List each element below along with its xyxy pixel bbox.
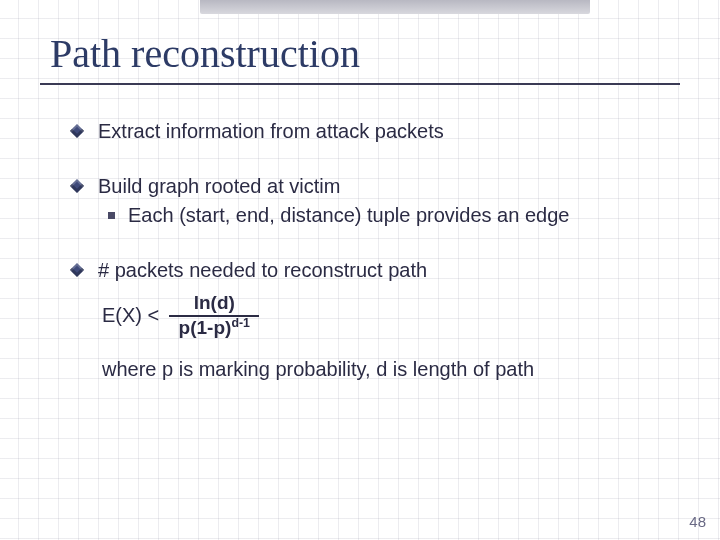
bullet-item-2: Build graph rooted at victim Each (start… [98,174,670,228]
diamond-bullet-icon [70,179,84,193]
slide-title: Path reconstruction [50,30,670,77]
bullet-text: Build graph rooted at victim [98,175,340,197]
diamond-bullet-icon [70,263,84,277]
diamond-bullet-icon [70,124,84,138]
expected-packets-formula: E(X) < ln(d) p(1-p)d-1 [102,293,670,339]
sub-bullet-text: Each (start, end, distance) tuple provid… [128,204,569,226]
formula-block: E(X) < ln(d) p(1-p)d-1 where p is markin… [102,293,670,382]
formula-numerator: ln(d) [192,293,237,315]
bullet-text: Extract information from attack packets [98,120,444,142]
formula-where-text: where p is marking probability, d is len… [102,357,670,382]
den-base: p(1-p) [179,317,232,338]
slide-body: Extract information from attack packets … [98,119,670,382]
den-exponent: d-1 [231,316,250,330]
bullet-text: # packets needed to reconstruct path [98,259,427,281]
formula-lhs: E(X) < [102,303,159,328]
slide-container: Path reconstruction Extract information … [0,0,720,540]
bullet-item-3: # packets needed to reconstruct path E(X… [98,258,670,382]
formula-fraction: ln(d) p(1-p)d-1 [169,293,259,339]
sub-bullet-item: Each (start, end, distance) tuple provid… [128,203,670,228]
square-bullet-icon [108,212,115,219]
title-underline [40,83,680,85]
formula-denominator: p(1-p)d-1 [177,317,252,339]
bullet-item-1: Extract information from attack packets [98,119,670,144]
page-number: 48 [689,513,706,530]
